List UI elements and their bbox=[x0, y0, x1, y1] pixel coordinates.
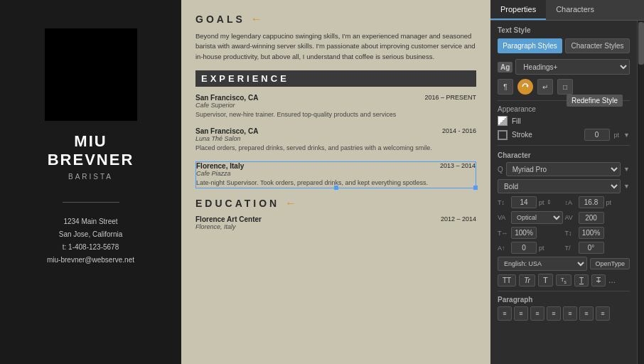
typo-tt-btn[interactable]: TT bbox=[498, 274, 516, 287]
skew-item: T/ bbox=[565, 242, 630, 254]
kerning-select[interactable]: Optical bbox=[511, 211, 563, 224]
tab-properties[interactable]: Properties bbox=[490, 0, 546, 20]
align-left-btn[interactable]: ≡ bbox=[498, 306, 512, 321]
opentype-btn[interactable]: OpenType bbox=[590, 258, 630, 269]
character-label: Character bbox=[498, 151, 630, 159]
typo-t-btn-3[interactable]: T bbox=[591, 274, 606, 287]
character-styles-btn[interactable]: Character Styles bbox=[565, 38, 630, 53]
language-select[interactable]: English: USA bbox=[498, 257, 587, 271]
typo-tr-btn[interactable]: Tr bbox=[519, 274, 535, 287]
resume-sidebar: MIU BREVNER BARISTA 1234 Main Street San… bbox=[0, 0, 181, 364]
size-input[interactable] bbox=[511, 196, 537, 208]
baseline-input[interactable] bbox=[511, 242, 537, 254]
tracking-input[interactable] bbox=[579, 212, 604, 224]
kern-track-grid: VA Optical AV bbox=[498, 211, 630, 224]
leading-unit: pt bbox=[606, 199, 612, 206]
baseline-icon: A↑ bbox=[498, 245, 509, 252]
stroke-row: Stroke 0 pt ▼ bbox=[498, 129, 630, 141]
panel-tab-bar: Properties Characters bbox=[490, 0, 644, 21]
properties-panel: Properties Characters Text Style Paragra… bbox=[490, 0, 644, 364]
typo-row: TT Tr T Ts T T ... bbox=[498, 274, 630, 287]
paragraph-align-row: ≡ ≡ ≡ ≡ ≡ ≡ ≡ bbox=[498, 306, 630, 321]
font-row: Q Myriad Pro ▼ bbox=[498, 162, 630, 176]
align-center-btn[interactable]: ≡ bbox=[514, 306, 528, 321]
panel-scrollbar[interactable] bbox=[637, 21, 644, 364]
leading-icon: ↕A bbox=[565, 199, 576, 206]
baseline-unit: pt bbox=[539, 245, 544, 252]
tracking-item: AV bbox=[565, 211, 630, 224]
education-arrow-icon: ← bbox=[285, 197, 299, 210]
exp-entry-2: San Francisco, CA Luna Thé Salon Placed … bbox=[195, 127, 476, 153]
paragraph-styles-btn[interactable]: Paragraph Styles bbox=[498, 38, 562, 53]
weight-select[interactable]: Bold bbox=[498, 179, 621, 193]
exp-location-3: Florence, Italy bbox=[196, 162, 428, 170]
divider-3 bbox=[498, 291, 630, 291]
scale-v-item: T↕ bbox=[565, 227, 630, 239]
icon-btn-4[interactable]: □ bbox=[557, 79, 573, 95]
typo-t-btn-2[interactable]: T bbox=[574, 274, 589, 287]
scale-h-input[interactable] bbox=[511, 227, 537, 239]
more-options-icon[interactable]: ... bbox=[608, 275, 616, 285]
kerning-icon: VA bbox=[498, 214, 509, 221]
typo-ts-btn[interactable]: Ts bbox=[556, 274, 571, 287]
resume-name: MIU BREVNER bbox=[48, 132, 134, 170]
style-buttons: Paragraph Styles Character Styles bbox=[498, 38, 630, 53]
edu-date-1: 2012 – 2014 bbox=[441, 215, 476, 232]
edu-school-1: Florence Art Center bbox=[195, 215, 262, 223]
scale-v-icon: T↕ bbox=[565, 230, 576, 237]
leading-input[interactable] bbox=[579, 196, 604, 208]
edu-location-1: Florence, Italy bbox=[195, 223, 262, 230]
selection-handle-bottom bbox=[334, 186, 338, 190]
redefine-style-btn[interactable] bbox=[517, 79, 533, 95]
selection-handle-br bbox=[473, 186, 478, 190]
skew-icon: T/ bbox=[565, 245, 576, 252]
font-dropdown-icon[interactable]: ▼ bbox=[623, 166, 630, 173]
exp-company-1: Cafe Superior bbox=[195, 102, 396, 109]
size-arrows[interactable]: ⇕ bbox=[547, 199, 552, 205]
stroke-value-input[interactable]: 0 bbox=[584, 129, 610, 141]
align-justify-right-btn[interactable]: ≡ bbox=[596, 306, 610, 321]
weight-dropdown-icon[interactable]: ▼ bbox=[623, 183, 630, 190]
scale-v-input[interactable] bbox=[579, 227, 604, 239]
ag-icon: Ag bbox=[498, 62, 512, 73]
paragraph-mark-btn[interactable]: ¶ bbox=[498, 79, 513, 95]
goals-text: Beyond my legendary cappucino swinging s… bbox=[195, 31, 476, 62]
style-dropdown-row: Ag Headings+ bbox=[498, 59, 630, 75]
align-justify-center-btn[interactable]: ≡ bbox=[579, 306, 594, 321]
education-section-title: EDUCATION ← bbox=[195, 197, 476, 210]
font-select[interactable]: Myriad Pro bbox=[506, 162, 621, 176]
typo-t-btn-1[interactable]: T bbox=[538, 274, 553, 287]
fill-label: Fill bbox=[512, 117, 630, 125]
stroke-dropdown-icon[interactable]: ▼ bbox=[623, 132, 630, 139]
align-justify-left-btn[interactable]: ≡ bbox=[563, 306, 577, 321]
language-row: English: USA OpenType bbox=[498, 257, 630, 271]
tab-characters[interactable]: Characters bbox=[546, 0, 604, 20]
experience-section-header: EXPERIENCE bbox=[195, 70, 476, 87]
align-justify-btn[interactable]: ≡ bbox=[547, 306, 561, 321]
scrollbar-thumb[interactable] bbox=[638, 22, 644, 65]
stroke-icon bbox=[498, 130, 508, 140]
resume-contact: 1234 Main Street San Jose, California t:… bbox=[47, 215, 134, 267]
fill-row: Fill bbox=[498, 116, 630, 126]
education-section: EDUCATION ← Florence Art Center Florence… bbox=[195, 197, 476, 232]
scale-h-item: T↔ bbox=[498, 227, 563, 239]
stroke-label: Stroke bbox=[512, 131, 580, 139]
kerning-item: VA Optical bbox=[498, 211, 563, 224]
text-style-label: Text Style bbox=[498, 26, 630, 34]
resume-main-content: GOALS ← Beyond my legendary cappucino sw… bbox=[181, 0, 490, 364]
skew-input[interactable] bbox=[579, 242, 604, 254]
exp-date-1: 2016 – PRESENT bbox=[424, 94, 476, 119]
resume-title: BARISTA bbox=[68, 173, 113, 181]
tracking-icon: AV bbox=[565, 214, 576, 221]
icon-btn-3[interactable]: ↵ bbox=[537, 79, 553, 95]
panel-content: Text Style Paragraph Styles Character St… bbox=[490, 21, 637, 364]
exp-location-1: San Francisco, CA bbox=[195, 94, 396, 102]
style-dropdown[interactable]: Headings+ bbox=[515, 59, 630, 75]
goals-arrow-icon: ← bbox=[251, 13, 265, 26]
redefine-icon bbox=[521, 82, 530, 91]
align-right-btn[interactable]: ≡ bbox=[530, 306, 544, 321]
weight-row: Bold ▼ bbox=[498, 179, 630, 193]
size-unit: pt bbox=[539, 199, 544, 206]
baseline-item: A↑ pt bbox=[498, 242, 563, 254]
divider-2 bbox=[498, 145, 630, 146]
